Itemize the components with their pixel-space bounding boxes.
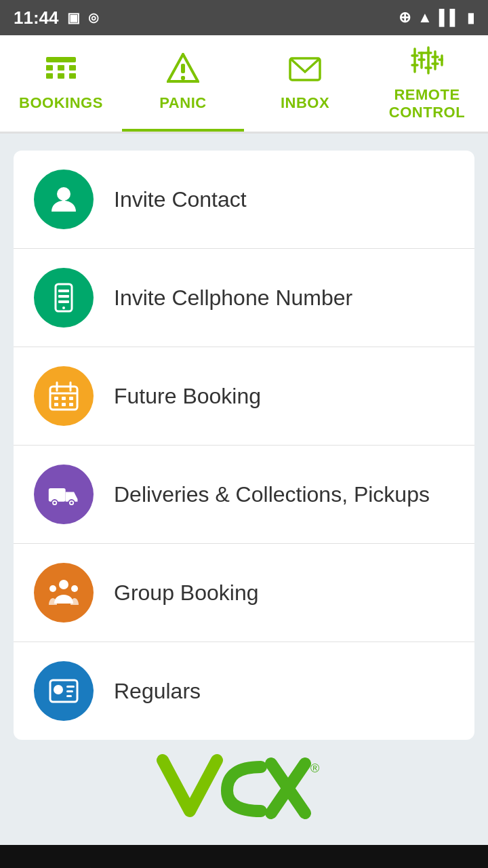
logo-area: ® [14, 747, 474, 828]
svg-rect-40 [54, 403, 58, 406]
svg-rect-3 [69, 65, 76, 71]
svg-rect-4 [46, 73, 53, 79]
invite-cellphone-item[interactable]: Invite Cellphone Number [14, 249, 474, 347]
svg-rect-30 [58, 295, 69, 298]
tab-panic-label: PANIC [159, 94, 206, 112]
svg-rect-37 [54, 397, 58, 400]
regulars-icon-circle [34, 661, 94, 721]
deliveries-icon-circle [34, 465, 94, 524]
regulars-item[interactable]: Regulars [14, 642, 474, 740]
svg-rect-38 [62, 397, 66, 400]
panic-icon [167, 53, 199, 87]
recent-button[interactable]: ■ [386, 855, 427, 868]
inbox-icon [289, 56, 321, 87]
deliveries-item[interactable]: Deliveries & Collections, Pickups [14, 446, 474, 544]
battery-icon: ▮ [467, 9, 474, 26]
bookings-icon [45, 56, 77, 87]
wifi-icon: ▲ [418, 9, 432, 26]
svg-rect-53 [66, 686, 75, 688]
svg-rect-39 [69, 397, 73, 400]
regulars-label: Regulars [114, 679, 201, 704]
invite-contact-item[interactable]: Invite Contact [14, 151, 474, 249]
tab-remote-control-label: REMOTE CONTROL [369, 86, 485, 121]
future-booking-icon-circle [34, 366, 94, 426]
svg-point-49 [49, 585, 56, 592]
sim-icon: ▣ [67, 9, 80, 26]
tab-inbox-label: INBOX [281, 94, 329, 112]
invite-cellphone-icon-circle [34, 268, 94, 328]
tab-bookings[interactable]: BOOKINGS [0, 35, 122, 132]
svg-rect-29 [58, 290, 69, 292]
svg-rect-55 [66, 695, 72, 697]
svg-rect-41 [62, 403, 66, 406]
svg-rect-26 [60, 190, 64, 191]
notification-icon: ◎ [88, 10, 99, 25]
svg-rect-2 [58, 65, 64, 71]
svg-point-32 [62, 307, 65, 309]
svg-rect-6 [69, 73, 76, 79]
tab-panic[interactable]: PANIC [122, 35, 244, 132]
nav-bar: ◀ ● ■ [0, 845, 488, 868]
home-button[interactable]: ● [224, 855, 264, 868]
status-left: 11:44 ▣ ◎ [14, 7, 99, 28]
svg-point-47 [70, 502, 73, 505]
vcx-logo: ® [156, 753, 332, 821]
svg-rect-5 [58, 73, 64, 79]
svg-point-50 [71, 585, 78, 592]
home-icon: ● [237, 861, 251, 868]
svg-text:®: ® [310, 762, 319, 775]
signal-icon: ▌▌ [439, 9, 460, 26]
time-display: 11:44 [14, 7, 59, 28]
tab-bookings-label: BOOKINGS [19, 94, 103, 112]
svg-rect-0 [46, 57, 76, 62]
svg-rect-31 [58, 300, 69, 303]
group-booking-item[interactable]: Group Booking [14, 544, 474, 642]
svg-rect-1 [46, 65, 53, 71]
svg-rect-8 [181, 64, 185, 73]
future-booking-label: Future Booking [114, 384, 261, 409]
menu-card: Invite Contact Invite Cellphone Number [14, 151, 474, 740]
tab-remote-control[interactable]: REMOTE CONTROL [366, 35, 488, 132]
svg-rect-54 [66, 690, 73, 692]
svg-point-46 [54, 502, 56, 505]
tab-inbox[interactable]: INBOX [244, 35, 366, 132]
svg-point-52 [54, 685, 63, 694]
tab-bar: BOOKINGS PANIC INBOX [0, 35, 488, 134]
group-booking-icon-circle [34, 563, 94, 623]
status-right: ⊕ ▲ ▌▌ ▮ [399, 9, 474, 26]
back-icon: ◀ [72, 861, 91, 868]
recent-icon: ■ [399, 861, 414, 868]
svg-rect-9 [181, 76, 185, 80]
invite-cellphone-label: Invite Cellphone Number [114, 285, 352, 311]
invite-contact-label: Invite Contact [114, 187, 247, 212]
invite-contact-icon-circle [34, 170, 94, 229]
group-booking-label: Group Booking [114, 580, 258, 606]
main-content: Invite Contact Invite Cellphone Number [0, 134, 488, 845]
svg-rect-43 [49, 488, 66, 502]
remote-control-icon [411, 46, 443, 79]
back-button[interactable]: ◀ [61, 855, 102, 868]
future-booking-item[interactable]: Future Booking [14, 347, 474, 446]
svg-rect-42 [69, 403, 73, 406]
status-bar: 11:44 ▣ ◎ ⊕ ▲ ▌▌ ▮ [0, 0, 488, 35]
location-icon: ⊕ [399, 9, 411, 26]
deliveries-label: Deliveries & Collections, Pickups [114, 482, 430, 507]
svg-point-48 [59, 580, 68, 589]
